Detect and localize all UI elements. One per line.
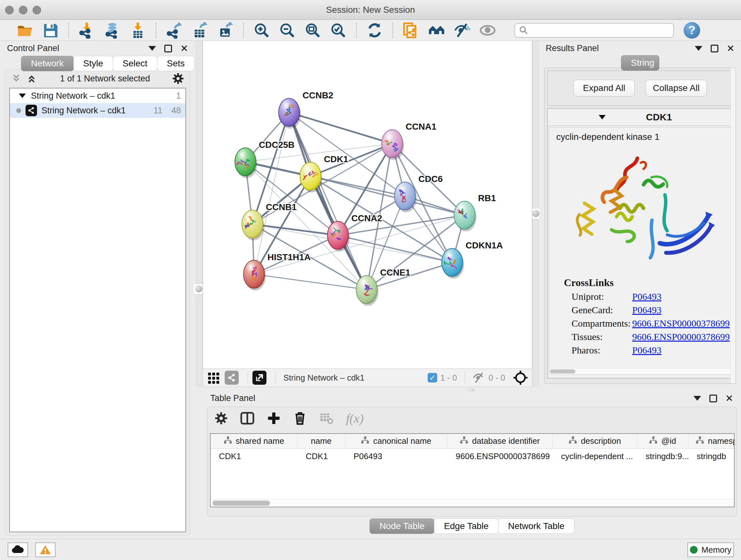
- clone-network-icon[interactable]: [403, 22, 419, 39]
- expand-all-button[interactable]: Expand All: [574, 80, 635, 97]
- minimize-window-icon[interactable]: [19, 6, 27, 14]
- panel-close-icon[interactable]: ✕: [725, 395, 733, 402]
- tree-caret-icon[interactable]: [19, 94, 26, 98]
- crosslink-link[interactable]: 9606.ENSP00000378699: [632, 331, 730, 342]
- import-network-file-icon[interactable]: [78, 22, 95, 39]
- zoom-selected-icon[interactable]: [330, 22, 347, 39]
- export-view-icon[interactable]: [253, 371, 266, 385]
- zoom-out-icon[interactable]: [279, 22, 295, 39]
- hidden-eye-icon[interactable]: [473, 372, 485, 383]
- tab-string[interactable]: String: [621, 55, 659, 71]
- fit-selected-crosshair-icon[interactable]: [513, 370, 528, 385]
- eye-icon[interactable]: [479, 22, 496, 39]
- network-node-hist1h1a[interactable]: [244, 260, 266, 291]
- table-cell[interactable]: 9606.ENSP00000378699: [448, 449, 553, 464]
- network-node-rb1[interactable]: [454, 201, 476, 232]
- export-network-icon[interactable]: [166, 22, 183, 39]
- table-cell[interactable]: stringdb: [688, 449, 735, 464]
- network-node-ccne1[interactable]: [356, 275, 379, 306]
- table-cell[interactable]: P06493: [345, 449, 448, 464]
- selected-nodes-checkbox[interactable]: ✓: [428, 373, 437, 382]
- delete-column-trash-icon[interactable]: [293, 411, 307, 425]
- network-row[interactable]: String Network – cdk1 11 48: [10, 103, 185, 118]
- table-cell[interactable]: CDK1: [211, 449, 297, 464]
- tab-select[interactable]: Select: [113, 56, 157, 71]
- zoom-fit-icon[interactable]: [305, 22, 321, 39]
- gear-icon[interactable]: [172, 72, 184, 84]
- maximize-window-icon[interactable]: [32, 6, 41, 14]
- network-edge[interactable]: [254, 112, 289, 274]
- open-session-icon[interactable]: [17, 22, 33, 39]
- zoom-in-icon[interactable]: [253, 22, 270, 39]
- tab-style[interactable]: Style: [73, 56, 113, 71]
- network-node-ccnb1[interactable]: [242, 210, 264, 240]
- left-splitter[interactable]: [195, 41, 203, 387]
- network-edge[interactable]: [254, 274, 367, 290]
- tab-network[interactable]: Network: [21, 56, 74, 71]
- panel-float-icon[interactable]: [164, 45, 172, 52]
- warnings-button[interactable]: [35, 543, 56, 557]
- column-header-@id[interactable]: @id: [637, 434, 688, 448]
- show-columns-icon[interactable]: [240, 411, 255, 426]
- save-session-icon[interactable]: [42, 22, 59, 39]
- table-settings-gear-icon[interactable]: [214, 412, 228, 425]
- protein-entry-header[interactable]: CDK1: [548, 109, 733, 126]
- crosslink-link[interactable]: 9606.ENSP00000378699: [632, 318, 730, 329]
- collapse-all-icon[interactable]: [12, 74, 23, 83]
- crosslink-link[interactable]: P06493: [632, 305, 662, 315]
- network-edge[interactable]: [338, 235, 452, 262]
- network-node-cdkn1a[interactable]: [442, 248, 464, 279]
- tab-node-table[interactable]: Node Table: [369, 518, 434, 534]
- memory-button[interactable]: Memory: [687, 543, 734, 557]
- column-header-description[interactable]: description: [553, 434, 637, 448]
- string-network-graph[interactable]: CCNB2CCNA1CDC25BCDK1CDC6RB1CCNB1CCNA2CDK…: [203, 41, 533, 368]
- tab-sets[interactable]: Sets: [157, 56, 195, 71]
- table-cell[interactable]: CDK1: [297, 449, 345, 464]
- export-image-icon[interactable]: [217, 22, 233, 39]
- results-hscrollbar[interactable]: [549, 368, 731, 374]
- column-header-database-identifier[interactable]: database identifier: [448, 434, 553, 448]
- network-edge[interactable]: [289, 112, 367, 290]
- table-hscrollbar[interactable]: [211, 499, 734, 507]
- apply-layout-icon[interactable]: [366, 22, 383, 39]
- network-collection-row[interactable]: String Network – cdk1 1: [10, 88, 185, 103]
- column-header-namespace[interactable]: namespace: [688, 434, 735, 448]
- column-header-canonical-name[interactable]: canonical name: [345, 434, 448, 448]
- network-edge[interactable]: [289, 112, 392, 144]
- panel-float-icon[interactable]: [710, 395, 717, 402]
- search-box[interactable]: [515, 23, 674, 38]
- panel-float-icon[interactable]: [711, 45, 718, 52]
- table-cell[interactable]: stringdb:9...: [637, 449, 688, 464]
- tab-network-table[interactable]: Network Table: [498, 518, 575, 534]
- table-cell[interactable]: cyclin-dependent ...: [553, 449, 637, 464]
- results-vscrollbar[interactable]: [731, 68, 736, 383]
- network-edge[interactable]: [253, 224, 338, 235]
- search-input[interactable]: [529, 25, 666, 35]
- expand-all-icon[interactable]: [27, 74, 38, 83]
- panel-minimize-icon[interactable]: [148, 46, 156, 51]
- close-window-icon[interactable]: [5, 6, 14, 14]
- panel-close-icon[interactable]: ✕: [180, 45, 188, 52]
- panel-close-icon[interactable]: ✕: [727, 45, 735, 52]
- network-share-icon[interactable]: [225, 371, 239, 385]
- crosslink-link[interactable]: P06493: [632, 291, 662, 302]
- table-row[interactable]: CDK1CDK1P064939606.ENSP00000378699cyclin…: [211, 449, 734, 464]
- panel-minimize-icon[interactable]: [693, 396, 701, 401]
- collapse-all-button[interactable]: Collapse All: [646, 80, 707, 97]
- node-table[interactable]: shared namenamecanonical namedatabase id…: [210, 433, 735, 507]
- create-column-plus-icon[interactable]: [267, 411, 281, 425]
- import-network-database-icon[interactable]: [104, 22, 121, 39]
- network-view-canvas[interactable]: CCNB2CCNA1CDC25BCDK1CDC6RB1CCNB1CCNA2CDK…: [203, 41, 532, 368]
- network-node-ccnb2[interactable]: [279, 98, 301, 129]
- network-node-ccna2[interactable]: [327, 221, 350, 252]
- import-table-icon[interactable]: [130, 22, 146, 39]
- tab-edge-table[interactable]: Edge Table: [434, 518, 498, 534]
- string-home-icon[interactable]: [428, 22, 445, 39]
- column-header-shared-name[interactable]: shared name: [211, 434, 297, 448]
- birds-eye-grid-icon[interactable]: [207, 371, 221, 385]
- panel-minimize-icon[interactable]: [695, 46, 702, 51]
- crosslink-link[interactable]: P06493: [632, 345, 662, 356]
- help-icon[interactable]: ?: [684, 22, 700, 39]
- cloud-status-button[interactable]: [8, 543, 28, 557]
- column-header-name[interactable]: name: [297, 434, 345, 448]
